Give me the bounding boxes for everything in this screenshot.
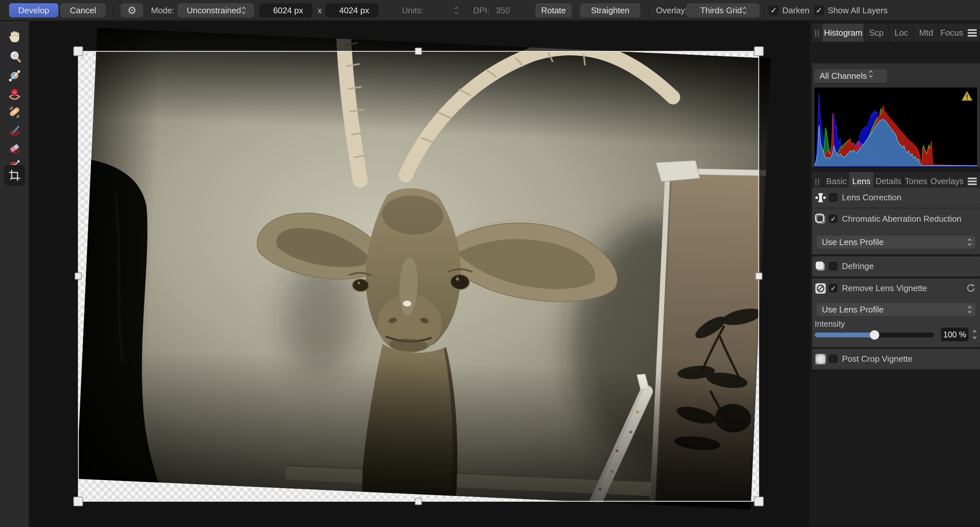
settings-button[interactable]: ⚙ — [121, 3, 143, 18]
tools-rail — [0, 21, 29, 527]
toolbar-divider — [764, 4, 765, 17]
tab-scope[interactable]: Scp — [864, 24, 889, 42]
ca-lens-profile-dropdown[interactable]: Use Lens Profile — [817, 236, 975, 248]
tab-label: Loc — [894, 28, 908, 38]
intensity-slider-knob[interactable] — [870, 330, 879, 340]
defringe-section: Defringe — [812, 256, 980, 277]
panel-menu-icon[interactable] — [964, 28, 980, 38]
zoom-tool[interactable] — [8, 49, 22, 64]
intensity-stepper[interactable] — [971, 327, 978, 342]
panel-menu-icon[interactable] — [964, 176, 980, 186]
rotate-button[interactable]: Rotate — [535, 3, 572, 18]
crop-handle-right-mid[interactable] — [756, 273, 762, 279]
white-balance-tool[interactable] — [8, 69, 22, 83]
crop-handle-top-mid[interactable] — [415, 48, 422, 54]
red-eye-icon — [8, 87, 22, 101]
view-hand-tool[interactable] — [8, 30, 22, 44]
develop-button[interactable]: Develop — [9, 3, 58, 18]
tab-label: Lens — [852, 176, 870, 186]
mode-dropdown[interactable]: Unconstrained — [178, 3, 254, 18]
tab-metadata[interactable]: Mtd — [913, 24, 938, 42]
straighten-button[interactable]: Straighten — [580, 3, 640, 18]
tab-histogram[interactable]: Histogram — [822, 24, 863, 42]
histogram-panel-tabs: || Histogram Scp Loc Mtd Focus — [812, 24, 980, 42]
reset-icon[interactable] — [966, 283, 975, 293]
show-all-layers-checkbox[interactable]: ✓ — [814, 5, 824, 15]
overlay-label: Overlay: — [656, 0, 687, 21]
vignette-lens-profile-dropdown[interactable]: Use Lens Profile — [817, 303, 975, 316]
crop-handle-bottom-left[interactable] — [73, 497, 83, 506]
darken-checkbox-label: Darken — [782, 0, 810, 21]
canvas-area[interactable] — [30, 21, 810, 527]
intensity-value: 100 % — [943, 330, 966, 339]
dpi-value: 350 — [496, 0, 510, 21]
tab-label: Basic — [826, 176, 847, 186]
eraser-icon — [8, 140, 22, 154]
intensity-label: Intensity — [815, 319, 845, 329]
crop-width-input[interactable]: 6024 px — [259, 3, 312, 18]
remove-lens-vignette-checkbox[interactable]: ✓ — [829, 284, 837, 292]
tab-label: Overlays — [931, 176, 964, 186]
crop-handle-left-mid[interactable] — [75, 273, 81, 279]
defringe-label: Defringe — [842, 256, 874, 276]
ca-lens-profile-value: Use Lens Profile — [822, 237, 884, 247]
show-all-layers-label: Show All Layers — [828, 0, 888, 21]
post-crop-vignette-label: Post Crop Vignette — [842, 349, 913, 368]
overlay-erase-tool[interactable] — [8, 140, 22, 154]
units-label: Units: — [402, 0, 423, 21]
tab-label: Mtd — [919, 28, 933, 38]
mode-dropdown-value: Unconstrained — [187, 5, 241, 16]
red-eye-removal-tool[interactable] — [8, 87, 22, 101]
bandage-icon — [8, 105, 22, 119]
checkmark-icon: ✓ — [770, 6, 777, 14]
mode-label: Mode: — [151, 0, 174, 21]
checkmark-icon: ✓ — [816, 6, 822, 14]
chromatic-aberration-label: Chromatic Aberration Reduction — [842, 209, 961, 229]
vignette-remove-icon — [815, 283, 826, 294]
intensity-value-box[interactable]: 100 % — [941, 328, 968, 341]
white-balance-icon — [8, 69, 22, 83]
post-crop-vignette-checkbox[interactable] — [829, 355, 837, 363]
rotate-button-label: Rotate — [541, 5, 566, 16]
remove-lens-vignette-label: Remove Lens Vignette — [842, 279, 927, 298]
darken-checkbox[interactable]: ✓ — [769, 5, 778, 15]
channel-dropdown[interactable]: All Channels — [815, 69, 887, 83]
lens-correction-checkbox[interactable] — [829, 193, 837, 202]
clipping-warning-icon[interactable] — [961, 91, 972, 101]
chromatic-aberration-checkbox[interactable]: ✓ — [829, 215, 837, 223]
defringe-checkbox[interactable] — [829, 262, 837, 270]
crop-tool[interactable] — [4, 165, 25, 186]
right-panel-column: || Histogram Scp Loc Mtd Focus All Chann… — [810, 21, 980, 527]
magnifier-icon — [8, 49, 22, 64]
panel-drag-handle[interactable]: || — [812, 24, 822, 42]
crop-height-input[interactable]: 4024 px — [325, 3, 379, 18]
crop-handle-top-right[interactable] — [754, 47, 764, 56]
overlay-paint-tool[interactable] — [8, 123, 22, 137]
blemish-removal-tool[interactable] — [8, 105, 22, 119]
crop-handle-bottom-right[interactable] — [754, 497, 764, 506]
cancel-button[interactable]: Cancel — [60, 3, 106, 18]
intensity-slider[interactable] — [815, 333, 934, 338]
crop-width-value: 6024 px — [273, 5, 303, 16]
tab-label: Histogram — [824, 28, 862, 38]
chevron-updown-icon — [967, 305, 972, 314]
remove-lens-vignette-section: ✓ Remove Lens Vignette Use Lens Profile … — [812, 279, 980, 347]
crop-handle-bottom-mid[interactable] — [415, 498, 422, 505]
chevron-updown-icon — [241, 5, 246, 15]
photo[interactable] — [65, 21, 775, 522]
dpi-label: DPI: — [473, 0, 490, 21]
overlay-dropdown[interactable]: Thirds Grid — [686, 3, 760, 18]
checkmark-icon: ✓ — [830, 215, 836, 222]
toolbar-divider — [113, 4, 113, 17]
develop-button-label: Develop — [18, 5, 49, 16]
chromatic-aberration-section: ✓ Chromatic Aberration Reduction Use Len… — [812, 209, 980, 255]
chevron-updown-icon — [868, 69, 873, 79]
dimension-separator: x — [318, 0, 322, 21]
crop-handle-top-left[interactable] — [73, 47, 83, 56]
tab-label: Scp — [869, 28, 884, 38]
histogram-display[interactable] — [815, 88, 977, 167]
tab-location[interactable]: Loc — [889, 24, 913, 42]
intensity-slider-fill — [815, 333, 874, 338]
brush-icon — [8, 123, 22, 137]
tab-focus[interactable]: Focus — [938, 24, 964, 42]
